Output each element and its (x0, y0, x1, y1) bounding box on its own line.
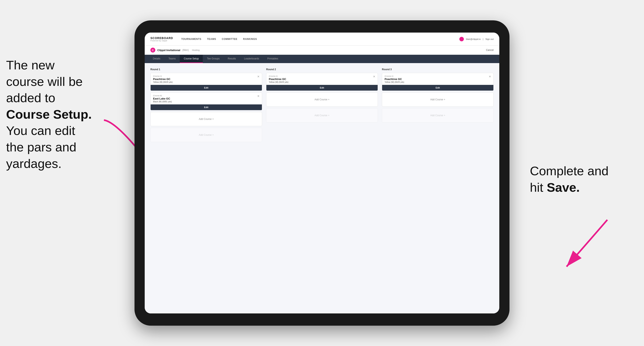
round-1-course-a-name: Peachtree GC (153, 78, 260, 81)
annotation-left-line1: The new (6, 58, 54, 72)
sign-out-link[interactable]: Sign out (486, 38, 494, 40)
tab-details[interactable]: Details (149, 55, 164, 63)
tab-results[interactable]: Results (224, 55, 240, 63)
round-3-course-a-tee: Yellow (M) (6629 yds) (384, 81, 491, 83)
round-3-add-course-1-text: Add Course + (430, 98, 445, 101)
round-2-add-course-1[interactable]: Add Course + (266, 92, 378, 107)
top-nav: SCOREBOARD Powered by clippd TOURNAMENTS… (145, 32, 499, 46)
round-2-course-a-label: (Course A) (269, 75, 375, 77)
annotation-left-line2: course will be (6, 74, 83, 89)
round-3-course-a-name: Peachtree GC (384, 78, 491, 81)
hosting-badge: Hosting (192, 49, 200, 51)
annotation-right-line2: hit (530, 180, 547, 194)
round-3-course-a-card: ✕ (Course A) Peachtree GC Yellow (M) (66… (382, 73, 494, 91)
round-2-course-a-name: Peachtree GC (269, 78, 375, 81)
tablet-screen: SCOREBOARD Powered by clippd TOURNAMENTS… (145, 32, 499, 314)
tournament-name: Clippd Invitational (157, 49, 180, 52)
annotation-left-line3: added to (6, 91, 55, 105)
round-2-add-course-1-text: Add Course + (314, 98, 330, 101)
tab-teams[interactable]: Teams (164, 55, 180, 63)
round-3-course-a-label: (Course A) (384, 75, 491, 77)
round-1-add-course-2: Add Course + (150, 128, 262, 142)
round-1-course-a-card: ✕ (Course A) Peachtree GC Yellow (M) (66… (150, 73, 262, 91)
annotation-right-line1: Complete and (530, 164, 608, 178)
sub-header-left: C Clippd Invitational (Men) Hosting (150, 48, 200, 52)
separator: | (483, 38, 484, 40)
round-1-label: Round 1 (150, 68, 262, 71)
user-email: blair@clippd.io (466, 38, 480, 40)
round-1-column: Round 1 ✕ (Course A) Peachtree GC Yellow… (150, 68, 262, 144)
round-2-course-a-tee: Yellow (M) (6629 yds) (269, 81, 375, 83)
tablet-device: SCOREBOARD Powered by clippd TOURNAMENTS… (134, 20, 510, 326)
tournament-gender: (Men) (182, 49, 189, 51)
round-1-course-b-label: (Course B) (153, 95, 260, 97)
round-1-add-course-1-text: Add Course + (199, 118, 214, 121)
nav-links: TOURNAMENTS TEAMS COMMITTEE RANKINGS (181, 38, 459, 40)
brand-title: SCOREBOARD (150, 36, 173, 40)
rounds-grid: Round 1 ✕ (Course A) Peachtree GC Yellow… (150, 68, 494, 144)
tab-leaderboards[interactable]: Leaderboards (240, 55, 263, 63)
nav-rankings[interactable]: RANKINGS (243, 38, 257, 40)
round-1-add-course-1[interactable]: Add Course + (150, 112, 262, 126)
round-2-course-a-delete-icon[interactable]: ✕ (372, 75, 376, 78)
round-1-course-b-tee: Black (M) (6891 yds) (153, 101, 260, 103)
round-2-add-course-2-text: Add Course + (314, 114, 330, 117)
tab-printables[interactable]: Printables (263, 55, 282, 63)
cancel-button[interactable]: Cancel (486, 49, 494, 51)
round-1-course-b-card: ✕ (Course B) East Lake GC Black (M) (689… (150, 92, 262, 110)
round-2-course-a-card: ✕ (Course A) Peachtree GC Yellow (M) (66… (266, 73, 378, 91)
nav-teams[interactable]: TEAMS (207, 38, 216, 40)
round-2-label: Round 2 (266, 68, 378, 71)
round-1-course-a-delete-icon[interactable]: ✕ (256, 75, 260, 78)
annotation-left-bold: Course Setup. (6, 107, 92, 121)
round-3-label: Round 3 (382, 68, 494, 71)
clippd-logo: C (150, 48, 155, 52)
annotation-right-bold: Save. (547, 180, 580, 194)
nav-tournaments[interactable]: TOURNAMENTS (181, 38, 201, 40)
round-1-course-b-name: East Lake GC (153, 97, 260, 100)
brand-sub: Powered by clippd (150, 40, 173, 42)
nav-committee[interactable]: COMMITTEE (222, 38, 238, 40)
round-2-add-course-2: Add Course + (266, 108, 378, 123)
round-3-course-a-edit-button[interactable]: Edit (382, 85, 494, 91)
round-1-add-course-2-text: Add Course + (199, 134, 214, 136)
round-1-course-a-tee: Yellow (M) (6629 yds) (153, 81, 260, 83)
tab-bar: Details Teams Course Setup Tee Groups Re… (145, 55, 499, 63)
annotation-left-line4: You can edit (6, 124, 75, 138)
round-1-course-b-edit-button[interactable]: Edit (150, 104, 262, 110)
round-3-add-course-1[interactable]: Add Course + (382, 92, 494, 107)
arrow-right (538, 214, 616, 279)
round-2-column: Round 2 ✕ (Course A) Peachtree GC Yellow… (266, 68, 378, 144)
user-avatar (459, 37, 464, 41)
sub-header: C Clippd Invitational (Men) Hosting Canc… (145, 46, 499, 55)
annotation-left-line6: yardages. (6, 157, 62, 171)
annotation-right: Complete and hit Save. (530, 163, 632, 195)
round-3-add-course-2: Add Course + (382, 108, 494, 123)
round-3-add-course-2-text: Add Course + (430, 114, 445, 117)
annotation-left-line5: the pars and (6, 140, 76, 154)
round-3-course-a-delete-icon[interactable]: ✕ (488, 75, 492, 78)
tab-course-setup[interactable]: Course Setup (180, 55, 203, 63)
round-1-course-a-edit-button[interactable]: Edit (150, 85, 262, 91)
round-1-course-a-label: (Course A) (153, 75, 260, 77)
round-3-column: Round 3 ✕ (Course A) Peachtree GC Yellow… (382, 68, 494, 144)
brand: SCOREBOARD Powered by clippd (150, 36, 173, 42)
round-1-course-b-delete-icon[interactable]: ✕ (256, 94, 260, 98)
tab-tee-groups[interactable]: Tee Groups (203, 55, 224, 63)
nav-right: blair@clippd.io | Sign out (459, 37, 494, 41)
main-content: Round 1 ✕ (Course A) Peachtree GC Yellow… (145, 63, 499, 314)
round-2-course-a-edit-button[interactable]: Edit (266, 85, 378, 91)
